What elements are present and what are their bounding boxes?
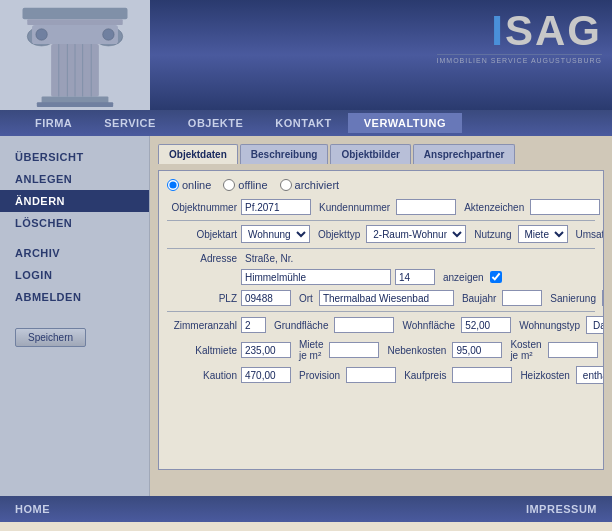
objektart-select[interactable]: Wohnung Haus Gewerbe bbox=[241, 225, 310, 243]
tab-beschreibung[interactable]: Beschreibung bbox=[240, 144, 329, 164]
sanierung-input[interactable] bbox=[602, 290, 604, 306]
objekttyp-select[interactable]: 2-Raum-Wohnung 1-Raum-Wohnung 3-Raum-Woh… bbox=[366, 225, 466, 243]
provision-input[interactable] bbox=[346, 367, 396, 383]
kaltmiete-input[interactable] bbox=[241, 342, 291, 358]
tab-objektbilder[interactable]: Objektbilder bbox=[330, 144, 410, 164]
wohnungstyp-label: Wohnungstyp bbox=[519, 320, 580, 331]
isag-subtitle: IMMOBILIEN SERVICE AUGUSTUSBURG bbox=[437, 54, 602, 64]
heizkosten-select[interactable]: enthalten nicht enthalten bbox=[576, 366, 604, 384]
radio-archiviert[interactable]: archiviert bbox=[280, 179, 340, 191]
wohnflache-input[interactable] bbox=[461, 317, 511, 333]
row-objektart: Objektart Wohnung Haus Gewerbe Objekttyp… bbox=[167, 225, 595, 243]
sidebar-item-abmelden[interactable]: ABMELDEN bbox=[0, 286, 149, 308]
form-panel: online offline archiviert Objektnummer K… bbox=[158, 170, 604, 470]
zimmeranzahl-label: Zimmeranzahl bbox=[167, 320, 237, 331]
sidebar-item-archiv[interactable]: ARCHIV bbox=[0, 242, 149, 264]
isag-brand-text: ISAG bbox=[437, 10, 602, 52]
baujahr-label: Baujahr bbox=[462, 293, 496, 304]
footer-impressum[interactable]: IMPRESSUM bbox=[526, 503, 597, 515]
plz-label: PLZ bbox=[167, 293, 237, 304]
kaufpreis-label: Kaufpreis bbox=[404, 370, 446, 381]
objekttyp-label: Objekttyp bbox=[318, 229, 360, 240]
objektnummer-input[interactable] bbox=[241, 199, 311, 215]
wohnflache-label: Wohnfläche bbox=[402, 320, 455, 331]
radio-group: online offline archiviert bbox=[167, 179, 595, 191]
adresse-label: Adresse bbox=[167, 253, 237, 264]
kosten-je-m2-label: Kosten je m² bbox=[510, 339, 541, 361]
radio-archiviert-input[interactable] bbox=[280, 179, 292, 191]
grundflache-label: Grundfläche bbox=[274, 320, 328, 331]
row-kaltmiete: Kaltmiete Miete je m² Nebenkosten Kosten… bbox=[167, 339, 595, 361]
nav-item-firma[interactable]: FIRMA bbox=[19, 113, 88, 133]
nav-item-kontakt[interactable]: KONTAKT bbox=[259, 113, 347, 133]
grundflache-input[interactable] bbox=[334, 317, 394, 333]
anzeigen-checkbox[interactable] bbox=[490, 271, 502, 283]
kundennummer-input[interactable] bbox=[396, 199, 456, 215]
sanierung-label: Sanierung bbox=[550, 293, 596, 304]
content-area: Objektdaten Beschreibung Objektbilder An… bbox=[150, 136, 612, 496]
radio-archiviert-label: archiviert bbox=[295, 179, 340, 191]
kundennummer-label: Kundennummer bbox=[319, 202, 390, 213]
ort-label: Ort bbox=[299, 293, 313, 304]
nav-bar: FIRMA SERVICE OBJEKTE KONTAKT VERWALTUNG bbox=[0, 110, 612, 136]
wohnungstyp-select[interactable]: Dachgeschoss Erdgeschoss Keller bbox=[586, 316, 604, 334]
plz-input[interactable] bbox=[241, 290, 291, 306]
umsatzsteuer-label: Umsatzsteuer bbox=[576, 229, 605, 240]
tabs: Objektdaten Beschreibung Objektbilder An… bbox=[158, 144, 604, 164]
nutzung-label: Nutzung bbox=[474, 229, 511, 240]
row-kaution: Kaution Provision Kaufpreis Heizkosten e… bbox=[167, 366, 595, 384]
nav-item-objekte[interactable]: OBJEKTE bbox=[172, 113, 259, 133]
row-plz: PLZ Ort Baujahr Sanierung bbox=[167, 290, 595, 306]
sidebar-item-andern[interactable]: ÄNDERN bbox=[0, 190, 149, 212]
footer: HOME IMPRESSUM bbox=[0, 496, 612, 522]
svg-point-6 bbox=[103, 28, 114, 39]
nutzung-select[interactable]: Miete Kauf bbox=[518, 225, 568, 243]
kaution-input[interactable] bbox=[241, 367, 291, 383]
nav-item-verwaltung[interactable]: VERWALTUNG bbox=[348, 113, 462, 133]
isag-logo: ISAG IMMOBILIEN SERVICE AUGUSTUSBURG bbox=[437, 10, 602, 64]
column-graphic bbox=[0, 0, 150, 110]
kosten-je-m2-input[interactable] bbox=[548, 342, 598, 358]
heizkosten-label: Heizkosten bbox=[520, 370, 569, 381]
nav-items: FIRMA SERVICE OBJEKTE KONTAKT VERWALTUNG bbox=[19, 113, 462, 133]
aktenzeichen-label: Aktenzeichen bbox=[464, 202, 524, 213]
kaution-label: Kaution bbox=[167, 370, 237, 381]
sidebar-item-ubersicht[interactable]: ÜBERSICHT bbox=[0, 146, 149, 168]
main-area: ÜBERSICHT ANLEGEN ÄNDERN LÖSCHEN ARCHIV … bbox=[0, 136, 612, 496]
anzeigen-label: anzeigen bbox=[443, 272, 484, 283]
miete-je-m2-label: Miete je m² bbox=[299, 339, 323, 361]
row-strasse: anzeigen bbox=[167, 269, 595, 285]
hausnr-input[interactable] bbox=[395, 269, 435, 285]
sidebar-item-loschen[interactable]: LÖSCHEN bbox=[0, 212, 149, 234]
tab-objektdaten[interactable]: Objektdaten bbox=[158, 144, 238, 164]
svg-rect-0 bbox=[23, 7, 128, 18]
strasse-input[interactable] bbox=[241, 269, 391, 285]
save-button[interactable]: Speichern bbox=[15, 328, 86, 347]
radio-online-input[interactable] bbox=[167, 179, 179, 191]
radio-offline[interactable]: offline bbox=[223, 179, 267, 191]
zimmeranzahl-input[interactable] bbox=[241, 317, 266, 333]
baujahr-input[interactable] bbox=[502, 290, 542, 306]
nebenkosten-input[interactable] bbox=[452, 342, 502, 358]
row-objektnummer: Objektnummer Kundennummer Aktenzeichen bbox=[167, 199, 595, 215]
tab-ansprechpartner[interactable]: Ansprechpartner bbox=[413, 144, 516, 164]
radio-online-label: online bbox=[182, 179, 211, 191]
sidebar-item-login[interactable]: LOGIN bbox=[0, 264, 149, 286]
sidebar-save-area: Speichern bbox=[0, 308, 149, 357]
svg-point-5 bbox=[36, 28, 47, 39]
svg-rect-14 bbox=[37, 102, 113, 107]
objektnummer-label: Objektnummer bbox=[167, 202, 237, 213]
kaufpreis-input[interactable] bbox=[452, 367, 512, 383]
sidebar-item-anlegen[interactable]: ANLEGEN bbox=[0, 168, 149, 190]
ort-input[interactable] bbox=[319, 290, 454, 306]
provision-label: Provision bbox=[299, 370, 340, 381]
svg-rect-1 bbox=[27, 19, 122, 25]
radio-online[interactable]: online bbox=[167, 179, 211, 191]
row-adresse-label: Adresse Straße, Nr. bbox=[167, 253, 595, 264]
radio-offline-input[interactable] bbox=[223, 179, 235, 191]
aktenzeichen-input[interactable] bbox=[530, 199, 600, 215]
nav-item-service[interactable]: SERVICE bbox=[88, 113, 172, 133]
sidebar: ÜBERSICHT ANLEGEN ÄNDERN LÖSCHEN ARCHIV … bbox=[0, 136, 150, 496]
footer-home[interactable]: HOME bbox=[15, 503, 50, 515]
miete-je-m2-input[interactable] bbox=[329, 342, 379, 358]
